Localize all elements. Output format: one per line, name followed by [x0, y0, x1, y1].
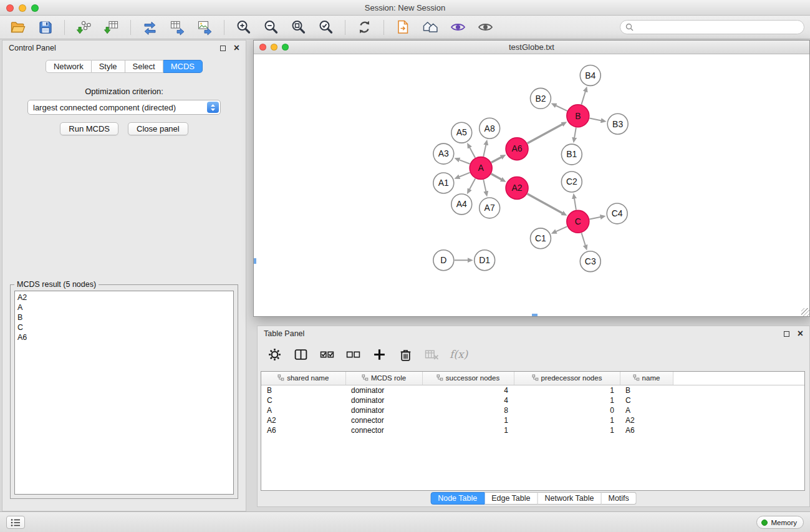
graph-edge-A-A3[interactable] [459, 160, 470, 164]
graph-node-A5[interactable]: A5 [451, 122, 472, 143]
search-input[interactable] [637, 23, 799, 32]
table-cell[interactable]: connector [345, 425, 422, 435]
hide-panels-button[interactable] [419, 17, 442, 37]
import-table-button[interactable] [100, 17, 123, 37]
show-graphics-details-button[interactable] [474, 17, 497, 37]
window-resize-grip[interactable] [801, 308, 809, 316]
table-cell[interactable]: 4 [422, 385, 514, 395]
table-cell[interactable]: C [261, 395, 345, 405]
graph-node-A3[interactable]: A3 [433, 143, 454, 164]
table-cell[interactable]: A2 [261, 415, 345, 425]
zoom-selected-button[interactable] [314, 17, 337, 37]
zoom-network-window-button[interactable] [282, 44, 289, 51]
column-header-successor-nodes[interactable]: successor nodes [422, 372, 514, 385]
tab-select[interactable]: Select [125, 60, 163, 73]
graph-node-A8[interactable]: A8 [480, 118, 500, 138]
table-cell[interactable]: A6 [620, 425, 673, 435]
graph-edge-C-C2[interactable] [574, 198, 576, 210]
network-canvas[interactable]: AA2A6BCA1A3A4A5A7A8B1B2B3B4C1C2C3C4DD1 [254, 55, 809, 316]
graph-edge-B-B1[interactable] [574, 128, 576, 138]
memory-button[interactable]: Memory [756, 516, 804, 529]
table-row[interactable]: A6connector11A6 [261, 425, 804, 435]
graph-node-C[interactable]: C [567, 210, 589, 233]
graph-edge-B-B3[interactable] [589, 118, 601, 121]
graph-node-A6[interactable]: A6 [506, 138, 528, 160]
graph-node-B1[interactable]: B1 [561, 144, 582, 165]
network-window-titlebar[interactable]: testGlobe.txt [254, 41, 809, 54]
graph-edge-A-A2[interactable] [491, 174, 502, 180]
mcds-result-item[interactable]: B [17, 312, 233, 322]
table-cell[interactable]: 1 [514, 385, 620, 395]
close-panel-icon[interactable]: × [798, 329, 803, 339]
table-cell[interactable]: dominator [345, 405, 422, 415]
table-cell[interactable]: A2 [620, 415, 673, 425]
graph-node-C4[interactable]: C4 [607, 203, 627, 224]
close-network-window-button[interactable] [259, 44, 266, 51]
table-cell[interactable]: 1 [514, 425, 620, 435]
close-panel-icon[interactable]: × [234, 43, 239, 53]
table-cell[interactable]: dominator [345, 385, 422, 395]
table-cell[interactable]: 1 [514, 415, 620, 425]
graph-node-A4[interactable]: A4 [451, 194, 472, 215]
column-header-mcds-role[interactable]: MCDS role [345, 372, 422, 385]
graph-node-C2[interactable]: C2 [561, 172, 582, 192]
table-cell[interactable]: connector [345, 415, 422, 425]
table-row[interactable]: Adominator80A [261, 405, 804, 415]
table-options-button[interactable] [266, 346, 283, 363]
tab-mcds[interactable]: MCDS [163, 60, 203, 73]
table-cell[interactable]: A6 [261, 425, 345, 435]
tab-edge-table[interactable]: Edge Table [485, 492, 538, 505]
table-cell[interactable]: B [620, 385, 673, 395]
float-panel-icon[interactable] [784, 331, 789, 337]
column-header-predecessor-nodes[interactable]: predecessor nodes [514, 372, 620, 385]
function-builder-button[interactable]: f(x) [450, 346, 468, 363]
task-history-button[interactable] [6, 516, 25, 529]
table-cell[interactable]: 0 [514, 405, 620, 415]
graph-edge-A-A1[interactable] [459, 173, 470, 177]
graph-node-B4[interactable]: B4 [580, 65, 600, 85]
mcds-result-item[interactable]: A6 [17, 332, 233, 342]
graph-node-C1[interactable]: C1 [531, 228, 551, 249]
graph-node-B[interactable]: B [567, 105, 589, 127]
zoom-in-button[interactable] [232, 17, 255, 37]
table-cell[interactable]: A [620, 405, 673, 415]
table-cell[interactable]: A [261, 405, 345, 415]
table-cell[interactable]: B [261, 385, 345, 395]
mcds-result-item[interactable]: A [17, 302, 233, 312]
graph-edge-C-C3[interactable] [582, 233, 586, 246]
table-cell[interactable]: 4 [422, 395, 514, 405]
graph-edge-A-A7[interactable] [483, 180, 486, 191]
table-cell[interactable]: 1 [422, 425, 514, 435]
graph-node-B2[interactable]: B2 [531, 88, 551, 109]
tab-network-table[interactable]: Network Table [538, 492, 602, 505]
delete-table-button[interactable] [423, 346, 440, 363]
minimize-window-button[interactable] [19, 4, 26, 12]
share-network-button[interactable] [138, 17, 162, 37]
network-file-button[interactable] [392, 17, 415, 37]
select-all-columns-button[interactable] [319, 346, 335, 363]
import-network-button[interactable] [72, 17, 95, 37]
save-session-button[interactable] [34, 17, 57, 37]
zoom-out-button[interactable] [259, 17, 282, 37]
table-row[interactable]: Bdominator41B [261, 385, 804, 395]
export-table-button[interactable] [166, 17, 189, 37]
table-row[interactable]: A2connector11A2 [261, 415, 804, 425]
optimization-criterion-dropdown[interactable]: largest connected component (directed) [27, 100, 221, 115]
create-column-button[interactable] [371, 346, 388, 363]
minimize-network-window-button[interactable] [271, 44, 277, 51]
tab-motifs[interactable]: Motifs [601, 492, 636, 505]
delete-column-button[interactable] [397, 346, 414, 363]
graph-edge-A-A6[interactable] [491, 157, 501, 163]
toolbar-search[interactable] [620, 20, 804, 34]
graph-edge-B-B4[interactable] [581, 91, 586, 104]
graph-edge-A6-B[interactable] [528, 124, 563, 143]
zoom-window-button[interactable] [31, 4, 39, 12]
graph-node-A1[interactable]: A1 [433, 173, 454, 193]
graph-edge-C-C1[interactable] [556, 226, 567, 231]
open-session-button[interactable] [6, 17, 29, 37]
refresh-layout-button[interactable] [353, 17, 376, 37]
graph-node-A7[interactable]: A7 [480, 198, 500, 218]
network-graph[interactable]: AA2A6BCA1A3A4A5A7A8B1B2B3B4C1C2C3C4DD1 [254, 55, 809, 316]
mcds-result-item[interactable]: A2 [17, 293, 233, 302]
graph-edge-A-A8[interactable] [483, 145, 486, 157]
